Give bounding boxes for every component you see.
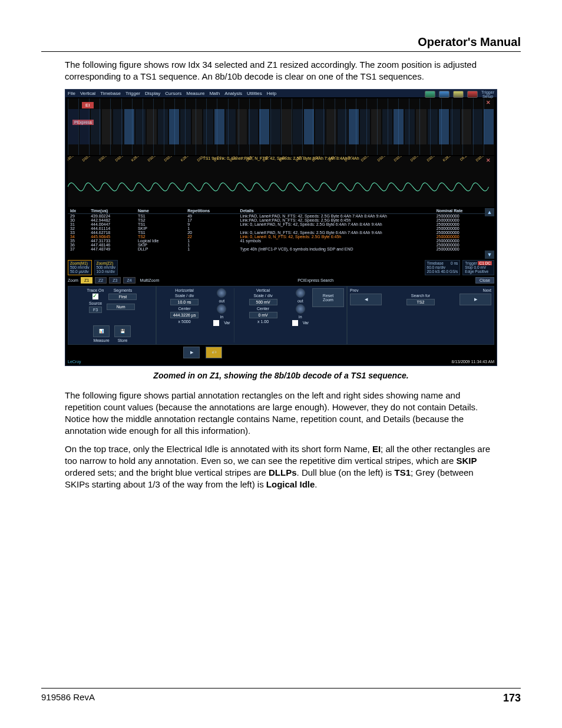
trigger-setup-button[interactable]: Trigger Setup [481, 90, 494, 98]
pciexpress-search-tab[interactable]: PCIExpress Search [297, 278, 337, 282]
trace-on-label: Trace On [87, 288, 104, 292]
v-title: Vertical [256, 288, 270, 292]
v-scale-field[interactable]: 500 mV [249, 299, 277, 305]
multizoom-label[interactable]: MultiZoom [140, 278, 160, 282]
tab-z4[interactable]: Z4 [123, 277, 135, 284]
panel-mid: Horizontal Scale / div 10.0 ns Center 44… [156, 286, 347, 345]
v-in-knob[interactable] [296, 304, 305, 314]
prev-button[interactable]: ◀ [350, 294, 382, 305]
table-row[interactable]: 36447.48146SKIP12500000000 [68, 243, 494, 247]
col-time: Time(us) [88, 208, 135, 214]
status-trigger[interactable]: Trigger C1 DC Stop 0.0 mV Edge Positive [462, 260, 494, 275]
trace-on-checkbox[interactable] [92, 294, 98, 299]
segments-label: Segments [114, 288, 133, 292]
scroll-down-icon[interactable]: ▼ [485, 251, 494, 259]
status-icon-1[interactable] [425, 91, 435, 98]
table-row[interactable]: 37447.48749DLLP1Type 40h (InitFC1-P VC0)… [68, 247, 494, 251]
reset-zoom-button[interactable]: Reset Zoom [312, 288, 344, 307]
decode-table: Idx Time(us) Name Repetitions Details No… [68, 208, 494, 251]
status-zoom1[interactable]: Zoom(M1) 500 mV/div 50.0 µs/div [68, 260, 92, 275]
table-row[interactable]: 35447.31733Logical Idle141 symbols250000… [68, 239, 494, 243]
menu-analysis[interactable]: Analysis [224, 91, 242, 96]
oscilloscope-screenshot: File Vertical Timebase Trigger Display C… [65, 89, 497, 366]
menu-display[interactable]: Display [145, 91, 160, 96]
h-var-checkbox[interactable] [213, 320, 219, 326]
store-icon[interactable]: 💾 [114, 325, 131, 337]
panel-right: Prev Next ◀ Search for TS2 ▶ [347, 286, 494, 345]
measure-icon[interactable]: 📊 [93, 325, 110, 337]
close-icon[interactable]: ✕ [486, 157, 491, 163]
table-row[interactable]: 29439.80224TS149Link:PAD, Lane#:PAD, N_F… [68, 213, 494, 218]
paragraph-1: The following figure shows row Idx 34 se… [65, 59, 497, 83]
tab-z2[interactable]: Z2 [95, 277, 107, 284]
v-factor: x 1.00 [257, 319, 269, 324]
h-factor: x 5000 [178, 319, 191, 324]
next-button[interactable]: ▶ [459, 294, 491, 305]
menu-utilities[interactable]: Utilities [247, 91, 262, 96]
bottom-bar: LeCroy 8/13/2009 11:34:43 AM [65, 358, 497, 365]
zoom-label: Zoom [68, 278, 78, 282]
timestamp: 8/13/2009 11:34:43 AM [452, 360, 494, 364]
h-center-field[interactable]: 444.3226 µs [170, 312, 199, 318]
waveform-zoom: TS1 9x Link: 0, Lane#:PAD, N_FTS: 42, Sp… [68, 156, 494, 207]
tab-z1[interactable]: Z1 [81, 277, 92, 284]
v-center-field[interactable]: 0 mV [249, 312, 277, 318]
col-details: Details [238, 208, 434, 214]
menu-measure[interactable]: Measure [186, 91, 204, 96]
zoom-signal [68, 169, 494, 205]
menu-file[interactable]: File [68, 91, 75, 96]
status-zoom2[interactable]: Zoom(Z2) 500 mV/div 10.0 ns/div [94, 260, 118, 275]
paragraph-3: On the top trace, only the Electrical Id… [65, 443, 497, 491]
source-field[interactable]: F3 [89, 307, 102, 313]
status-icon-3[interactable] [453, 91, 464, 98]
decode-table-area: ▲ ▼ Idx Time(us) Name Repetitions Detail… [68, 208, 494, 259]
top-icons: Trigger Setup [425, 90, 494, 98]
v-var-checkbox[interactable] [292, 320, 298, 326]
table-row[interactable]: 32444.61114SKIP12500000000 [68, 226, 494, 230]
segments-num[interactable]: Num [107, 304, 135, 310]
close-button[interactable]: Close [475, 277, 494, 284]
status-icon-2[interactable] [439, 91, 449, 98]
table-row[interactable]: 31444.00447TS19Link: 0, Lane#:PAD, N_FTS… [68, 222, 494, 226]
ei-badge: EI [82, 102, 94, 108]
menu-trigger[interactable]: Trigger [125, 91, 140, 96]
search-for-field[interactable]: TS2 [406, 299, 435, 305]
next-icon[interactable]: ▶ [183, 347, 200, 358]
table-row[interactable]: 34445.90845TS222Link: 0, Lane#: 0, N_FTS… [68, 235, 494, 239]
panel-left: Trace On Segments First Source F3 Num 📊 [68, 286, 156, 345]
figure-caption: Zoomed in on Z1, showing the 8b/10b deco… [41, 371, 521, 380]
scroll-up-icon[interactable]: ▲ [485, 208, 494, 216]
menu-math[interactable]: Math [209, 91, 220, 96]
paragraph-2: The following figure shows partial annot… [65, 390, 497, 437]
byte-labels: D10.2D10.2D10.2D10.2K28.5D10.2D10.2K28.5… [68, 160, 494, 168]
status-row: Zoom(M1) 500 mV/div 50.0 µs/div Zoom(Z2)… [68, 260, 494, 275]
table-row[interactable]: 33444.62718TS120Link: 0, Lane#:PAD, N_FT… [68, 230, 494, 235]
control-panel: Trace On Segments First Source F3 Num 📊 [68, 286, 494, 345]
menu-timebase[interactable]: Timebase [100, 91, 121, 96]
status-timebase[interactable]: Timebase 0 ns 60.0 ns/div 20.0 kS 40.0 G… [425, 260, 461, 275]
col-idx: Idx [68, 208, 88, 214]
h-title: Horizontal [175, 288, 194, 292]
header-rule: Operator's Manual [41, 35, 521, 52]
h-in-knob[interactable] [217, 304, 226, 314]
decode-stripes [68, 109, 494, 144]
source-label: Source [89, 301, 102, 305]
h-out-knob[interactable] [217, 288, 226, 298]
h-scale-field[interactable]: 10.0 ns [170, 299, 199, 305]
menu-vertical[interactable]: Vertical [80, 91, 95, 96]
segments-first[interactable]: First [108, 294, 137, 300]
close-icon[interactable]: ✕ [486, 100, 491, 106]
menu-cursors[interactable]: Cursors [165, 91, 181, 96]
page-footer: 919586 RevA 173 [41, 688, 521, 704]
label-icon[interactable]: 🏷 [206, 347, 222, 358]
footer-doc-id: 919586 RevA [41, 692, 95, 704]
v-out-knob[interactable] [296, 288, 305, 298]
tab-z3[interactable]: Z3 [109, 277, 121, 284]
status-icon-4[interactable] [467, 91, 478, 98]
menu-help[interactable]: Help [267, 91, 276, 96]
page-header-title: Operator's Manual [41, 35, 521, 51]
table-row[interactable]: 30442.94482TS217Link:PAD, Lane#:PAD, N_F… [68, 218, 494, 222]
col-name: Name [135, 208, 185, 214]
footer-page-number: 173 [503, 692, 521, 704]
col-rep: Repetitions [185, 208, 237, 214]
